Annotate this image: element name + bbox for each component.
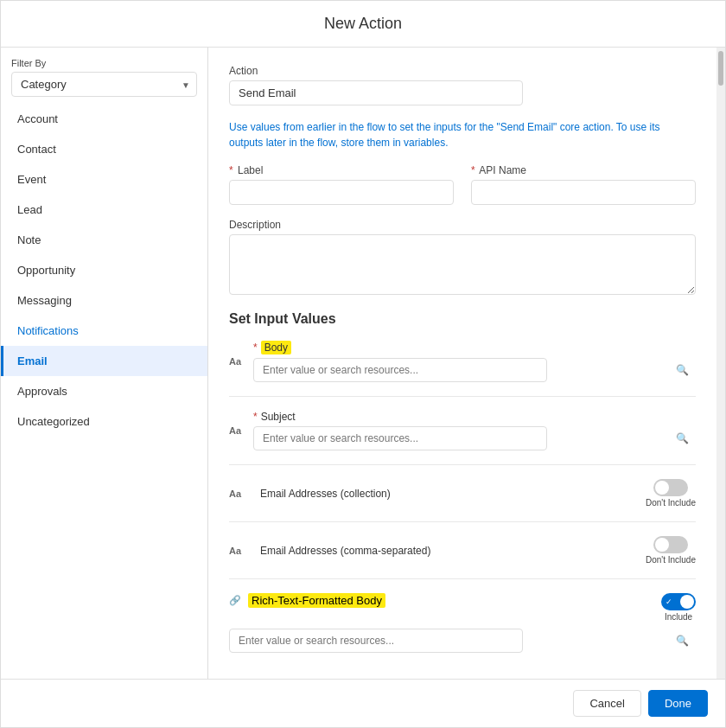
right-scrollbar[interactable] xyxy=(716,48,725,679)
api-name-field-label: * API Name xyxy=(471,164,696,176)
email-collection-label: Email Addresses (collection) xyxy=(260,488,391,500)
body-type-icon: Aa xyxy=(229,356,253,367)
label-required-star: * xyxy=(229,164,233,176)
subject-type-icon: Aa xyxy=(229,425,253,436)
rich-text-body-search-wrapper: 🔍 xyxy=(229,629,696,653)
label-apiname-row: * Label * API Name xyxy=(229,164,696,205)
sidebar-item-uncategorized[interactable]: Uncategorized xyxy=(1,406,207,437)
body-search-input[interactable] xyxy=(253,358,547,382)
sidebar-item-note[interactable]: Note xyxy=(1,225,207,255)
sidebar-item-account[interactable]: Account xyxy=(1,104,207,134)
modal-header: New Action xyxy=(1,1,725,48)
filter-by-label: Filter By xyxy=(1,48,207,72)
rich-text-body-toggle-right: ✓ Include xyxy=(661,593,696,622)
body-input-content: * Body 🔍 xyxy=(253,341,696,382)
subject-search-wrapper: 🔍 xyxy=(253,426,696,450)
sidebar-item-email[interactable]: Email xyxy=(1,346,207,376)
sidebar-item-event[interactable]: Event xyxy=(1,164,207,195)
email-collection-type-icon: Aa xyxy=(229,489,253,499)
sidebar-item-lead[interactable]: Lead xyxy=(1,195,207,225)
info-text-line1: Use values from earlier in the flow to s… xyxy=(229,121,660,133)
email-collection-toggle-left: Aa Email Addresses (collection) xyxy=(229,488,391,500)
done-button[interactable]: Done xyxy=(648,690,708,717)
subject-input-label: * Subject xyxy=(253,411,696,423)
api-name-input[interactable] xyxy=(471,180,696,205)
info-text-line2: outputs later in the flow, store them in… xyxy=(229,137,448,149)
sidebar-list: Account Contact Event Lead Note Opportun… xyxy=(1,104,207,437)
rich-text-body-section: 🔗 Rich-Text-Formatted Body ✓ Include 🔍 xyxy=(229,593,696,653)
label-field-wrapper: * Label xyxy=(229,164,454,205)
checkmark-icon: ✓ xyxy=(666,597,672,606)
main-content: Action Use values from earlier in the fl… xyxy=(208,48,716,679)
body-label-text: Body xyxy=(261,341,291,354)
email-comma-toggle-status: Don't Include xyxy=(646,555,696,565)
api-name-required-star: * xyxy=(471,164,475,176)
modal-body: Filter By Category All ▼ Account Contact… xyxy=(1,48,725,679)
sidebar-item-contact[interactable]: Contact xyxy=(1,134,207,164)
email-comma-toggle-left: Aa Email Addresses (comma-separated) xyxy=(229,545,430,557)
set-input-values-title: Set Input Values xyxy=(229,311,696,327)
body-input-row: Aa * Body 🔍 xyxy=(229,341,696,397)
description-label: Description xyxy=(229,219,696,231)
body-search-wrapper: 🔍 xyxy=(253,358,696,382)
email-comma-toggle-right: Don't Include xyxy=(646,536,696,565)
subject-required-star: * xyxy=(253,411,258,423)
rich-text-body-label: Rich-Text-Formatted Body xyxy=(248,593,385,608)
body-input-label: * Body xyxy=(253,341,696,354)
subject-input-row: Aa * Subject 🔍 xyxy=(229,411,696,465)
subject-label-text: Subject xyxy=(261,411,296,423)
rich-text-body-search-icon: 🔍 xyxy=(676,635,689,647)
subject-search-icon: 🔍 xyxy=(676,432,689,444)
api-name-field-wrapper: * API Name xyxy=(471,164,696,205)
email-comma-toggle[interactable] xyxy=(653,536,688,553)
email-collection-toggle-status: Don't Include xyxy=(646,498,696,508)
rich-text-body-search-input[interactable] xyxy=(229,629,523,653)
rich-text-body-toggle[interactable]: ✓ xyxy=(661,593,696,610)
sidebar: Filter By Category All ▼ Account Contact… xyxy=(1,48,208,679)
email-comma-type-icon: Aa xyxy=(229,546,253,556)
sidebar-item-opportunity[interactable]: Opportunity xyxy=(1,255,207,285)
description-field-wrapper: Description xyxy=(229,219,696,297)
modal-footer: Cancel Done xyxy=(1,679,725,727)
email-comma-label: Email Addresses (comma-separated) xyxy=(260,545,430,557)
filter-select-wrapper: Category All ▼ xyxy=(11,72,197,97)
sidebar-item-notifications[interactable]: Notifications xyxy=(1,316,207,346)
notifications-link[interactable]: Notifications xyxy=(17,324,79,337)
subject-input-content: * Subject 🔍 xyxy=(253,411,696,450)
subject-search-input[interactable] xyxy=(253,426,547,450)
rich-text-body-toggle-status: Include xyxy=(665,612,692,622)
action-input[interactable] xyxy=(229,80,523,105)
cancel-button[interactable]: Cancel xyxy=(573,690,640,717)
email-collection-toggle[interactable] xyxy=(653,479,688,496)
email-collection-toggle-right: Don't Include xyxy=(646,479,696,508)
sidebar-item-approvals[interactable]: Approvals xyxy=(1,376,207,406)
label-input[interactable] xyxy=(229,180,454,205)
category-select[interactable]: Category All xyxy=(11,72,197,97)
info-text: Use values from earlier in the flow to s… xyxy=(229,119,696,150)
email-collection-toggle-row: Aa Email Addresses (collection) Don't In… xyxy=(229,479,696,522)
action-label: Action xyxy=(229,65,696,77)
body-required-star: * xyxy=(253,342,258,354)
body-search-icon: 🔍 xyxy=(676,364,689,376)
modal-title: New Action xyxy=(15,15,711,33)
right-scrollbar-thumb xyxy=(718,51,723,86)
email-comma-toggle-row: Aa Email Addresses (comma-separated) Don… xyxy=(229,536,696,579)
description-textarea[interactable] xyxy=(229,234,696,295)
rich-text-body-link-icon: 🔗 xyxy=(229,595,241,606)
sidebar-item-messaging[interactable]: Messaging xyxy=(1,285,207,316)
sidebar-scroll-area: Account Contact Event Lead Note Opportun… xyxy=(1,104,207,679)
label-field-label: * Label xyxy=(229,164,454,176)
action-field: Action xyxy=(229,65,696,105)
